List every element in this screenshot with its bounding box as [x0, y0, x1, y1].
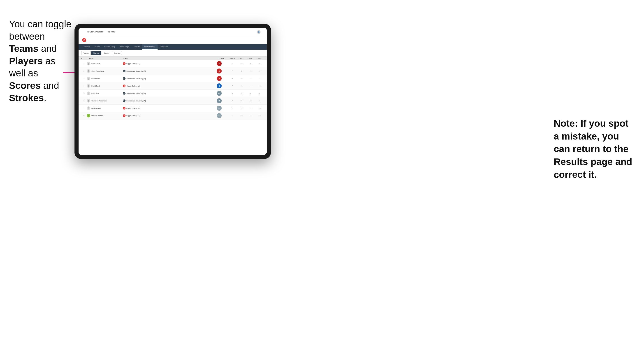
rd3-cell: -1	[255, 78, 264, 79]
thru-cell: F	[228, 85, 237, 87]
svg-point-7	[88, 85, 89, 86]
table-row: 6 Cameron Robertson SU Scoreboard Univer…	[78, 97, 267, 105]
player-name: Rees Britt	[92, 92, 99, 94]
team-name: Scoreboard University [A]	[126, 92, 146, 94]
team-name: Clippd College [A]	[126, 115, 140, 117]
thru-cell: F	[228, 78, 237, 79]
nav-tournaments[interactable]: TOURNAMENTS	[87, 30, 104, 34]
tab-course-setup[interactable]: Course Setup	[102, 44, 118, 50]
rd1-cell: +1	[237, 85, 246, 87]
svg-point-9	[88, 93, 89, 94]
team-cell: C Clippd College [A]	[123, 85, 164, 87]
col-header-thru: THRU	[228, 57, 237, 59]
score-badge: -4	[217, 68, 222, 73]
table-row: 8 🌿 Marcus Turners C Clippd College [A] …	[78, 112, 267, 120]
player-avatar	[87, 106, 90, 110]
player-avatar	[87, 77, 90, 80]
player-cell: Cameron Robertson	[87, 99, 123, 103]
player-cell: Blair McHarg	[87, 106, 123, 110]
player-name: Cameron Robertson	[92, 100, 107, 102]
team-icon: SU	[123, 77, 126, 80]
nav-teams[interactable]: TEAMS	[108, 30, 115, 34]
thru-cell: F	[228, 63, 237, 64]
team-cell: C Clippd College [A]	[123, 107, 164, 110]
team-icon: C	[123, 114, 126, 117]
table-row: 5 Rees Britt SU Scoreboard University [A…	[78, 90, 267, 97]
svg-point-6	[88, 79, 90, 80]
user-avatar: 👤	[257, 30, 260, 34]
svg-point-11	[88, 100, 89, 101]
tab-leaderboards[interactable]: Leaderboards	[142, 44, 158, 50]
tab-nav: Details Teams Course Setup Tee Groups Re…	[78, 44, 267, 50]
player-cell: Rich Butler	[87, 77, 123, 80]
thru-cell: F	[228, 108, 237, 109]
rank-cell: 7	[81, 108, 87, 109]
tab-tee-groups[interactable]: Tee Groups	[118, 44, 131, 50]
player-name: Marcus Turners	[92, 115, 103, 117]
rd1-cell: +2	[237, 115, 246, 117]
player-avatar	[87, 69, 90, 73]
table-header: # PLAYER TEAM TOTAL THRU RD1 RD2 RD3	[78, 57, 267, 60]
team-icon: C	[123, 85, 126, 87]
team-icon: SU	[123, 70, 126, 72]
team-name: Scoreboard University [A]	[126, 70, 146, 72]
rank-cell: 4	[81, 85, 87, 87]
score-cell: E	[217, 83, 228, 88]
team-name: Scoreboard University [A]	[126, 78, 146, 80]
tournament-title-row: C	[82, 38, 90, 42]
leaderboard-table: # PLAYER TEAM TOTAL THRU RD1 RD2 RD3 1 E…	[78, 57, 267, 155]
thru-cell: F	[228, 115, 237, 117]
svg-point-12	[88, 101, 90, 102]
score-badge: +1	[217, 91, 222, 96]
player-cell: Elliot Ebert	[87, 62, 123, 65]
rank-cell: 5	[81, 93, 87, 94]
tab-teams[interactable]: Teams	[92, 44, 102, 50]
player-avatar: 🌿	[87, 114, 90, 117]
thru-cell: F	[228, 93, 237, 94]
right-annotation: Note: If you spot a mistake, you can ret…	[554, 117, 635, 181]
rd3-cell: -1	[255, 100, 264, 102]
col-header-rank: #	[81, 57, 87, 59]
sub-tab-strokes[interactable]: Strokes	[112, 51, 122, 55]
rd3-cell: +6	[255, 108, 264, 109]
player-name: Blair McHarg	[92, 107, 101, 109]
sub-tab-scores[interactable]: Scores	[102, 51, 111, 55]
svg-point-2	[88, 64, 90, 65]
left-annotation: You can toggle between Teams and Players…	[9, 18, 72, 104]
score-badge: E	[217, 83, 222, 88]
score-cell: +11	[217, 113, 228, 118]
team-cell: SU Scoreboard University [A]	[123, 92, 164, 95]
header-nav: TOURNAMENTS TEAMS	[87, 30, 257, 34]
team-name: Clippd College [A]	[126, 63, 140, 65]
player-cell: Rees Britt	[87, 92, 123, 95]
tablet-screen: TOURNAMENTS TEAMS 👤 C Details Teams Cour…	[78, 28, 267, 155]
svg-point-1	[88, 63, 89, 64]
svg-point-5	[88, 78, 89, 79]
tab-results[interactable]: Results	[131, 44, 142, 50]
rd2-cell: -2	[246, 78, 255, 79]
player-avatar	[87, 99, 90, 103]
rd2-cell: E	[246, 93, 255, 94]
sub-tabs: Teams Players Scores Strokes	[78, 50, 267, 57]
sub-tab-teams[interactable]: Teams	[81, 51, 91, 55]
team-icon: C	[123, 62, 126, 65]
tab-details[interactable]: Details	[82, 44, 92, 50]
team-icon: C	[123, 107, 126, 110]
player-cell: Chris Robertson	[87, 69, 123, 73]
col-header-team: TEAM	[123, 57, 164, 59]
col-header-rd1: RD1	[237, 57, 246, 59]
rd1-cell: +5	[237, 100, 246, 102]
team-cell: SU Scoreboard University [A]	[123, 77, 164, 80]
tablet-frame: TOURNAMENTS TEAMS 👤 C Details Teams Cour…	[74, 24, 271, 159]
sub-tab-players[interactable]: Players	[91, 51, 101, 55]
col-header-rd3: RD3	[255, 57, 264, 59]
tab-printables[interactable]: Printables	[158, 44, 170, 50]
team-icon: SU	[123, 92, 126, 95]
col-header-rd2: RD2	[246, 57, 255, 59]
player-name: Chris Robertson	[92, 70, 104, 72]
team-cell: SU Scoreboard University [A]	[123, 99, 164, 102]
tournament-logo: C	[82, 38, 86, 42]
rd3-cell: -5	[255, 63, 264, 64]
score-cell: +8	[217, 106, 228, 111]
rd2-cell: +5	[246, 70, 255, 72]
